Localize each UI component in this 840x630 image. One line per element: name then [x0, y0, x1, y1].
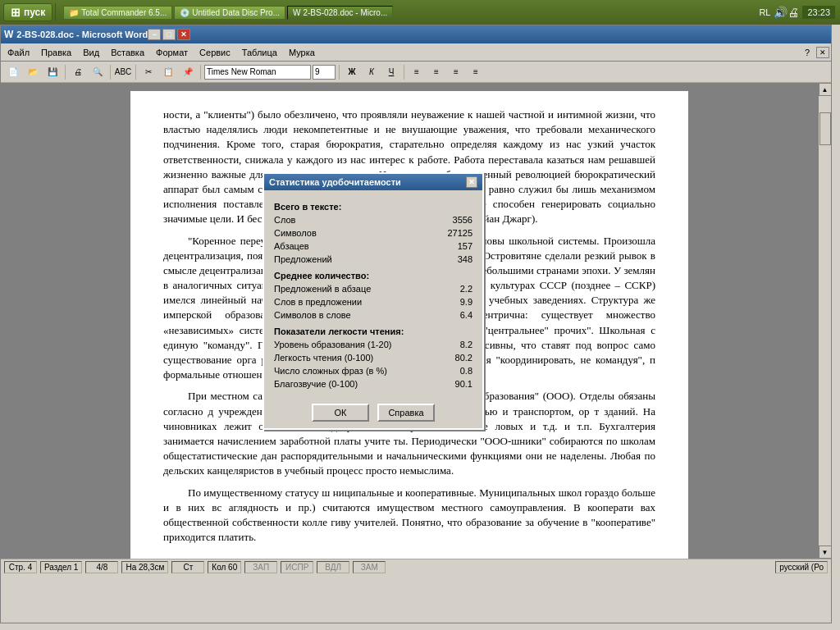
sent-per-para-value: 2.2 [460, 284, 472, 294]
chars-value: 27125 [447, 228, 472, 238]
taskbar: ⊞ пуск 📁 Total Commander 6.5... 💿 Untitl… [0, 0, 840, 25]
help-button[interactable]: Справка [377, 404, 435, 422]
taskbar-item-disc[interactable]: 💿 Untitled Data Disc Pro... [174, 6, 285, 20]
total-section-title: Всего в тексте: [274, 202, 472, 212]
dialog-body: Всего в тексте: Слов 3556 Символов 27125… [264, 190, 482, 397]
taskbar-item-totalcmd[interactable]: 📁 Total Commander 6.5... [63, 6, 172, 20]
words-label: Слов [274, 215, 295, 225]
start-label: пуск [24, 7, 45, 18]
edu-level-label: Уровень образования (1-20) [274, 340, 391, 349]
dialog-row-complex: Число сложных фраз (в %) 0.8 [274, 364, 472, 377]
dialog-row-words: Слов 3556 [274, 213, 472, 226]
dialog-buttons: ОК Справка [264, 397, 482, 428]
clock: 23:23 [802, 6, 835, 19]
windows-icon: ⊞ [11, 6, 21, 19]
dialog-row-chars: Символов 27125 [274, 226, 472, 240]
dialog-row-paragraphs: Абзацев 157 [274, 240, 472, 253]
complex-value: 0.8 [460, 366, 472, 376]
tray-icons: 🔊🖨 [774, 6, 799, 19]
words-per-sent-label: Слов в предложении [274, 297, 362, 307]
dialog-row-euphony: Благозвучие (0-100) 90.1 [274, 377, 472, 390]
words-per-sent-value: 9.9 [460, 297, 472, 307]
dialog-row-sent-per-para: Предложений в абзаце 2.2 [274, 282, 472, 295]
ok-button[interactable]: ОК [312, 404, 369, 422]
dialog-row-chars-per-word: Символов в слове 6.4 [274, 308, 472, 322]
dialog-titlebar: Статистика удобочитаемости ✕ [264, 174, 482, 190]
dialog-row-readability: Легкость чтения (0-100) 80.2 [274, 351, 472, 364]
tray-rl: RL [759, 7, 770, 17]
dialog-row-words-per-sent: Слов в предложении 9.9 [274, 295, 472, 308]
readability-label: Легкость чтения (0-100) [274, 353, 373, 363]
taskbar-items: 📁 Total Commander 6.5... 💿 Untitled Data… [63, 6, 759, 20]
statistics-dialog: Статистика удобочитаемости ✕ Всего в тек… [262, 172, 484, 430]
chars-per-word-value: 6.4 [460, 310, 472, 320]
avg-section-title: Среднее количество: [274, 271, 472, 281]
words-value: 3556 [453, 215, 472, 225]
euphony-label: Благозвучие (0-100) [274, 379, 358, 389]
edu-level-value: 8.2 [460, 340, 472, 349]
dialog-title-text: Статистика удобочитаемости [269, 177, 401, 187]
paragraphs-label: Абзацев [274, 241, 309, 251]
dialog-row-sentences: Предложений 348 [274, 253, 472, 266]
dialog-close-button[interactable]: ✕ [466, 176, 477, 188]
sent-per-para-label: Предложений в абзаце [274, 284, 371, 294]
paragraphs-value: 157 [458, 241, 472, 251]
complex-label: Число сложных фраз (в %) [274, 366, 387, 376]
euphony-value: 90.1 [455, 379, 472, 389]
taskbar-right: RL 🔊🖨 23:23 [759, 6, 835, 19]
taskbar-item-word[interactable]: W 2-BS-028.doc - Micro... [287, 6, 393, 20]
chars-per-word-label: Символов в слове [274, 310, 351, 320]
readability-section-title: Показатели легкости чтения: [274, 326, 472, 336]
readability-value: 80.2 [455, 353, 472, 363]
dialog-overlay: Статистика удобочитаемости ✕ Всего в тек… [0, 25, 840, 630]
main-window: W 2-BS-028.doc - Microsoft Word − □ ✕ Фа… [0, 25, 840, 630]
chars-label: Символов [274, 228, 317, 238]
start-button[interactable]: ⊞ пуск [3, 3, 52, 21]
sentences-value: 348 [458, 254, 472, 264]
dialog-row-edu-level: Уровень образования (1-20) 8.2 [274, 338, 472, 351]
sentences-label: Предложений [274, 254, 332, 264]
